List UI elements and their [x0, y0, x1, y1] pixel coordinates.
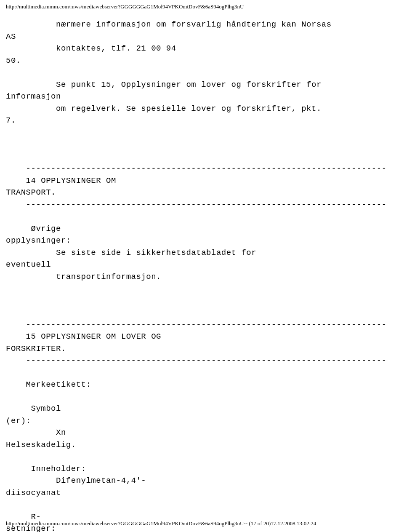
section-heading: TRANSPORT.: [6, 188, 56, 197]
header-url: http://multimedia.mmm.com/mws/mediawebse…: [0, 0, 404, 10]
text-line: eventuell: [6, 260, 56, 269]
text-line: Difenylmetan-4,4'-: [6, 476, 146, 485]
text-line: [6, 500, 11, 509]
text-line: Øvrige: [6, 224, 66, 233]
section-divider: ----------------------------------------…: [6, 200, 387, 209]
section-heading: 15 OPPLYSNINGER OM LOVER OG: [6, 332, 166, 341]
text-line: [6, 392, 11, 401]
text-line: diisocyanat: [6, 488, 61, 497]
text-line: [6, 212, 11, 221]
text-line: opplysninger:: [6, 236, 71, 245]
text-line: [6, 128, 11, 137]
text-line: [6, 368, 11, 377]
text-line: 50.: [6, 56, 26, 65]
text-line: [6, 152, 11, 161]
text-line: informasjon: [6, 92, 66, 101]
text-line: 7.: [6, 116, 16, 125]
text-line: [6, 68, 11, 77]
section-divider: ----------------------------------------…: [6, 164, 387, 173]
text-line: [6, 452, 11, 461]
text-line: [6, 308, 11, 317]
text-line: Xn: [6, 428, 86, 437]
document-content: nærmere informasjon om forsvarlig håndte…: [0, 10, 404, 532]
text-line: Inneholder:: [6, 464, 111, 473]
section-divider: ----------------------------------------…: [6, 356, 387, 365]
text-line: [6, 296, 11, 305]
text-line: Se siste side i sikkerhetsdatabladet for: [6, 248, 261, 257]
text-line: Se punkt 15, Opplysninger om lover og fo…: [6, 80, 327, 89]
text-line: nærmere informasjon om forsvarlig håndte…: [6, 20, 337, 29]
text-line: (er):: [6, 416, 31, 425]
text-line: Merkeetikett:: [6, 380, 91, 389]
text-line: [6, 140, 11, 149]
section-divider: ----------------------------------------…: [6, 320, 387, 329]
text-line: Symbol: [6, 404, 61, 413]
text-line: transportinformasjon.: [6, 272, 161, 281]
section-heading: FORSKRIFTER.: [6, 344, 66, 353]
text-line: om regelverk. Se spesielle lover og fors…: [6, 104, 327, 113]
text-line: Helseskadelig.: [6, 440, 76, 449]
text-line: AS: [6, 32, 21, 41]
text-line: [6, 284, 11, 293]
section-heading: 14 OPPLYSNINGER OM: [6, 176, 121, 185]
text-line: kontaktes, tlf. 21 00 94: [6, 44, 181, 53]
footer-url: http://multimedia.mmm.com/mws/mediawebse…: [6, 520, 316, 527]
